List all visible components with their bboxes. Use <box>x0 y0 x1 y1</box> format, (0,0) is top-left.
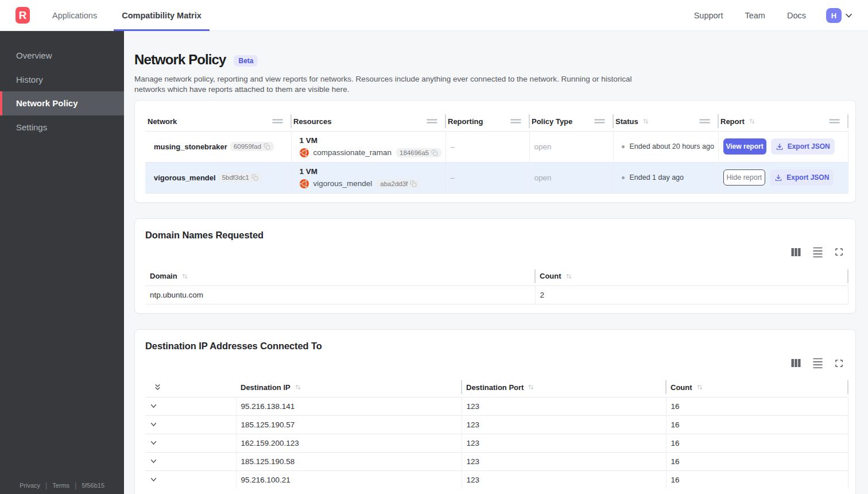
copy-icon[interactable] <box>251 174 258 181</box>
expand-row-icon[interactable] <box>150 477 231 482</box>
ip-row[interactable]: 95.216.100.2112316 <box>145 470 848 489</box>
copy-icon[interactable] <box>431 149 438 156</box>
download-icon <box>774 173 782 182</box>
rows-view-icon[interactable] <box>813 358 823 368</box>
ip-cell: 185.125.190.57 <box>236 415 462 434</box>
page-title: Network Policy <box>134 51 226 68</box>
account-menu-chevron-icon[interactable] <box>844 13 853 18</box>
status-dot <box>622 176 625 179</box>
copy-icon[interactable] <box>410 180 417 187</box>
network-row[interactable]: vigorous_mendel5bdf3dc11 VMvigorous_mend… <box>145 162 848 193</box>
footer-divider: | <box>45 481 47 489</box>
ip-row[interactable]: 162.159.200.12312316 <box>145 434 848 452</box>
domains-card-title: Domain Names Requested <box>145 229 846 241</box>
footer-divider: | <box>75 481 76 489</box>
domains-card: Domain Names Requested Domain Count <box>134 218 856 314</box>
expand-row-icon[interactable] <box>150 422 231 427</box>
ip-row[interactable]: 185.125.190.5812316 <box>145 452 848 470</box>
network-id-badge[interactable]: 60959fad <box>230 142 274 151</box>
expand-fullscreen-icon[interactable] <box>835 359 843 368</box>
sort-icon[interactable] <box>528 384 534 391</box>
resource-name: vigorous_mendel <box>313 179 373 188</box>
link-docs[interactable]: Docs <box>787 11 806 20</box>
column-separator <box>847 380 848 394</box>
col-header-count[interactable]: Count <box>666 378 848 397</box>
port-cell: 123 <box>462 470 666 489</box>
ips-table-body: 95.216.138.14112316185.125.190.571231616… <box>145 397 848 489</box>
build-hash: 5f56b15 <box>82 482 104 489</box>
expand-row-icon[interactable] <box>150 441 231 445</box>
column-resize-handle-icon[interactable] <box>699 119 710 124</box>
column-resize-handle-icon[interactable] <box>510 119 521 124</box>
status-text: Ended 1 day ago <box>630 173 684 182</box>
columns-view-icon[interactable] <box>791 248 801 256</box>
top-nav: Applications Compatibility Matrix <box>44 0 218 31</box>
ips-table: Destination IP Destination Port Count 95… <box>145 378 848 489</box>
network-name: vigorous_mendel <box>154 173 216 182</box>
link-team[interactable]: Team <box>745 11 765 20</box>
network-id-badge[interactable]: 5bdf3dc1 <box>219 173 262 182</box>
col-header-domain[interactable]: Domain <box>145 267 535 286</box>
sort-icon[interactable] <box>294 384 301 391</box>
column-resize-handle-icon[interactable] <box>594 119 605 124</box>
column-separator <box>847 114 848 128</box>
copy-icon[interactable] <box>264 143 270 150</box>
col-header-destination-port[interactable]: Destination Port <box>462 378 666 397</box>
port-cell: 123 <box>462 434 666 452</box>
col-header-policy-type[interactable]: Policy Type <box>529 112 613 131</box>
col-header-resources[interactable]: Resources <box>291 112 445 131</box>
col-header-reporting[interactable]: Reporting <box>445 112 529 131</box>
col-header-network[interactable]: Network <box>145 112 291 131</box>
column-resize-handle-icon[interactable] <box>829 119 840 124</box>
sort-icon[interactable] <box>642 118 649 125</box>
report-toggle-button[interactable]: Hide report <box>723 169 766 186</box>
resource-id-badge[interactable]: aba2dd3f <box>377 179 420 188</box>
col-header-count[interactable]: Count <box>535 267 848 286</box>
column-resize-handle-icon[interactable] <box>427 119 437 124</box>
page-description: Manage network policy, reporting and vie… <box>134 74 856 94</box>
expand-fullscreen-icon[interactable] <box>835 248 843 256</box>
policy-type-cell: open <box>529 131 613 162</box>
expand-all-rows-icon[interactable] <box>154 383 161 391</box>
app-logo[interactable]: R <box>16 7 30 24</box>
export-json-button[interactable]: Export JSON <box>770 169 834 186</box>
report-toggle-button[interactable]: View report <box>723 138 766 155</box>
sidebar-footer: Privacy | Terms | 5f56b15 <box>0 481 124 489</box>
ip-row[interactable]: 185.125.190.5712316 <box>145 415 848 434</box>
privacy-link[interactable]: Privacy <box>20 482 40 489</box>
ip-row[interactable]: 95.216.138.14112316 <box>145 397 848 415</box>
rows-view-icon[interactable] <box>813 247 823 257</box>
sidebar-item-overview[interactable]: Overview <box>0 44 124 68</box>
sort-icon[interactable] <box>565 273 572 280</box>
sort-icon[interactable] <box>181 273 188 280</box>
export-json-button[interactable]: Export JSON <box>771 138 835 155</box>
sort-icon[interactable] <box>749 118 755 125</box>
domain-row[interactable]: ntp.ubuntu.com 2 <box>145 286 848 304</box>
resource-id-badge[interactable]: 184696a5 <box>396 148 441 157</box>
network-row[interactable]: musing_stonebraker60959fad1 VMcompassion… <box>145 131 848 162</box>
col-header-destination-ip[interactable]: Destination IP <box>236 378 462 397</box>
ip-cell: 95.216.100.21 <box>236 470 462 489</box>
sidebar-item-network-policy[interactable]: Network Policy <box>0 91 124 115</box>
sidebar-item-settings[interactable]: Settings <box>0 115 124 140</box>
terms-link[interactable]: Terms <box>52 482 69 489</box>
ip-cell: 95.216.138.141 <box>236 397 462 415</box>
port-cell: 123 <box>462 415 666 434</box>
port-cell: 123 <box>462 397 666 415</box>
expand-row-icon[interactable] <box>150 404 231 408</box>
tab-compatibility-matrix[interactable]: Compatibility Matrix <box>114 0 210 31</box>
reporting-cell: – <box>445 131 529 162</box>
col-header-report[interactable]: Report <box>718 112 848 131</box>
columns-view-icon[interactable] <box>791 359 801 367</box>
avatar[interactable]: H <box>826 8 842 23</box>
sidebar-item-history[interactable]: History <box>0 68 124 92</box>
expand-row-icon[interactable] <box>150 459 231 464</box>
domains-table-body: ntp.ubuntu.com 2 <box>145 286 848 304</box>
top-bar: R Applications Compatibility Matrix Supp… <box>0 0 868 31</box>
column-resize-handle-icon[interactable] <box>272 119 283 124</box>
link-support[interactable]: Support <box>694 11 723 20</box>
download-icon <box>776 142 784 150</box>
tab-applications[interactable]: Applications <box>44 0 105 31</box>
col-header-status[interactable]: Status <box>613 112 718 131</box>
sort-icon[interactable] <box>696 384 703 391</box>
